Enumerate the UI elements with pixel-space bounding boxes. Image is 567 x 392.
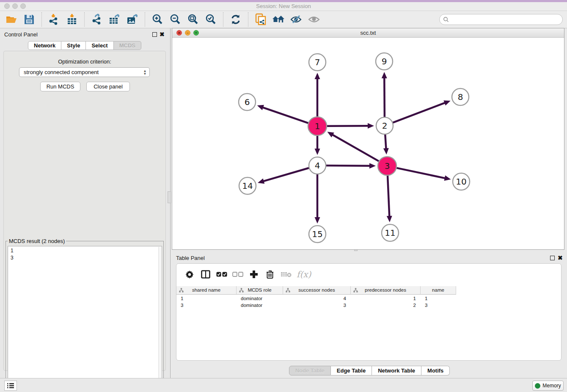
close-panel-button[interactable]: Close panel	[86, 82, 130, 91]
select-all-checkboxes-icon[interactable]	[215, 268, 228, 281]
table-cell[interactable]: 3	[421, 302, 456, 309]
table-row[interactable]: 1dominator411	[176, 295, 561, 302]
table-cell[interactable]: 1	[176, 295, 237, 302]
mcds-result-text[interactable]: 13	[8, 246, 162, 392]
column-header-successor-nodes[interactable]: successor nodes	[283, 286, 351, 295]
graph-edge-arrowhead	[257, 105, 264, 110]
graph-edge-4-14[interactable]	[263, 168, 310, 182]
network-window-title: scc.txt	[172, 30, 564, 36]
refresh-layout-icon[interactable]	[228, 12, 243, 27]
mcds-result-title: MCDS result (2 nodes)	[8, 238, 66, 244]
mcds-result-line: 1	[11, 247, 159, 254]
tab-network[interactable]: Network	[28, 41, 61, 50]
add-column-icon[interactable]	[248, 268, 260, 281]
table-settings-icon[interactable]	[183, 268, 196, 281]
vertical-splitter[interactable]	[170, 28, 171, 378]
column-header-shared-name[interactable]: shared name	[176, 286, 237, 295]
vertical-splitter-handle[interactable]	[168, 191, 171, 203]
tab-mcds[interactable]: MCDS	[114, 41, 141, 50]
graph-edge-arrowhead	[368, 123, 374, 129]
graph-edge-4-3[interactable]	[325, 166, 371, 166]
table-panel-close-icon[interactable]: ✖	[558, 254, 563, 262]
table-cell[interactable]: 1	[351, 295, 421, 302]
control-panel-float-icon[interactable]	[152, 32, 157, 37]
delete-column-icon[interactable]	[264, 268, 276, 281]
table-cell[interactable]: dominator	[237, 295, 283, 302]
hide-graphics-details-icon[interactable]	[289, 12, 303, 27]
control-panel-title: Control Panel	[4, 31, 38, 38]
criterion-value: strongly connected component	[24, 69, 99, 75]
export-image-icon[interactable]	[125, 12, 140, 27]
network-canvas[interactable]: 1234678910111415	[172, 38, 564, 249]
table-cell[interactable]: dominator	[237, 302, 283, 309]
graph-node-label: 6	[245, 97, 250, 107]
node-table-container: f(x) shared nameMCDS rolesuccessor nodes…	[176, 263, 561, 361]
search-icon	[443, 17, 449, 22]
tab-node-table[interactable]: Node Table	[289, 366, 331, 375]
control-panel-close-icon[interactable]: ✖	[160, 30, 165, 38]
column-header-predecessor-nodes[interactable]: predecessor nodes	[351, 286, 421, 295]
graph-edge-2-9[interactable]	[384, 77, 385, 118]
open-session-icon[interactable]	[4, 12, 19, 27]
mcds-result-scrollbar[interactable]	[158, 247, 161, 392]
graph-edge-3-10[interactable]	[396, 168, 446, 178]
graph-edge-3-1[interactable]	[332, 134, 380, 162]
search-input[interactable]	[449, 15, 562, 24]
graph-node-label: 4	[315, 160, 320, 171]
network-window-titlebar[interactable]: ✕ − + scc.txt	[172, 28, 564, 38]
graph-edge-3-11[interactable]	[388, 174, 389, 217]
table-row[interactable]: 3dominator323	[176, 302, 561, 309]
task-list-icon	[7, 383, 14, 389]
graph-edge-2-3[interactable]	[385, 133, 386, 149]
zoom-in-icon[interactable]	[150, 12, 165, 27]
table-cell[interactable]: 2	[351, 302, 421, 309]
zoom-selected-icon[interactable]	[204, 12, 218, 27]
graph-node-label: 14	[242, 181, 253, 191]
table-panel-float-icon[interactable]	[550, 256, 555, 260]
table-cell[interactable]: 4	[283, 295, 351, 302]
criterion-dropdown[interactable]: strongly connected component ▲▼	[19, 67, 150, 77]
network-graph[interactable]: 1234678910111415	[172, 38, 564, 249]
run-mcds-button[interactable]: Run MCDS	[40, 82, 80, 91]
session-documents-icon[interactable]	[253, 12, 268, 27]
save-session-icon[interactable]	[22, 12, 36, 27]
import-table-icon[interactable]	[65, 12, 79, 27]
deselect-all-checkboxes-icon[interactable]	[231, 268, 244, 281]
export-network-icon[interactable]	[90, 12, 104, 27]
main-toolbar	[0, 11, 567, 28]
graph-edge-1-6[interactable]	[262, 107, 309, 123]
network-view-window: ✕ − + scc.txt 1234678910111415	[172, 28, 564, 250]
column-header-MCDS-role[interactable]: MCDS role	[237, 286, 283, 295]
column-header-name[interactable]: name	[421, 286, 456, 295]
tab-style[interactable]: Style	[61, 41, 86, 50]
control-panel: Control Panel ✖ Network Style Select MCD…	[0, 28, 169, 378]
status-bar: Memory	[0, 378, 567, 392]
graph-edge-arrowhead	[444, 175, 451, 181]
toolbar-divider	[223, 12, 223, 27]
graph-edge-arrowhead	[315, 149, 320, 155]
task-history-button[interactable]	[4, 381, 17, 391]
zoom-out-icon[interactable]	[168, 12, 182, 27]
table-cell[interactable]: 3	[283, 302, 351, 309]
tab-network-table[interactable]: Network Table	[372, 366, 421, 375]
graph-edge-arrowhead	[315, 217, 320, 224]
zoom-fit-icon[interactable]	[186, 12, 200, 27]
tab-select[interactable]: Select	[86, 41, 113, 50]
graph-edge-1-2[interactable]	[326, 126, 369, 126]
graph-edge-arrowhead	[382, 72, 387, 78]
tab-edge-table[interactable]: Edge Table	[331, 366, 372, 375]
graph-edge-2-8[interactable]	[392, 102, 446, 123]
toolbar-divider	[248, 12, 248, 27]
table-cell[interactable]: 1	[421, 295, 456, 302]
column-layout-icon[interactable]	[199, 268, 212, 281]
table-panel-header: Table Panel ✖	[172, 254, 567, 262]
export-table-icon[interactable]	[107, 12, 122, 27]
delete-table-icon	[280, 268, 292, 281]
mcds-panel-body: Optimization criterion: strongly connect…	[3, 51, 166, 371]
import-network-icon[interactable]	[47, 12, 61, 27]
memory-button[interactable]: Memory	[532, 381, 564, 391]
show-all-views-icon[interactable]	[271, 12, 286, 27]
table-cell[interactable]: 3	[176, 302, 237, 309]
graph-node-label: 8	[458, 92, 463, 102]
tab-motifs[interactable]: Motifs	[421, 366, 450, 375]
